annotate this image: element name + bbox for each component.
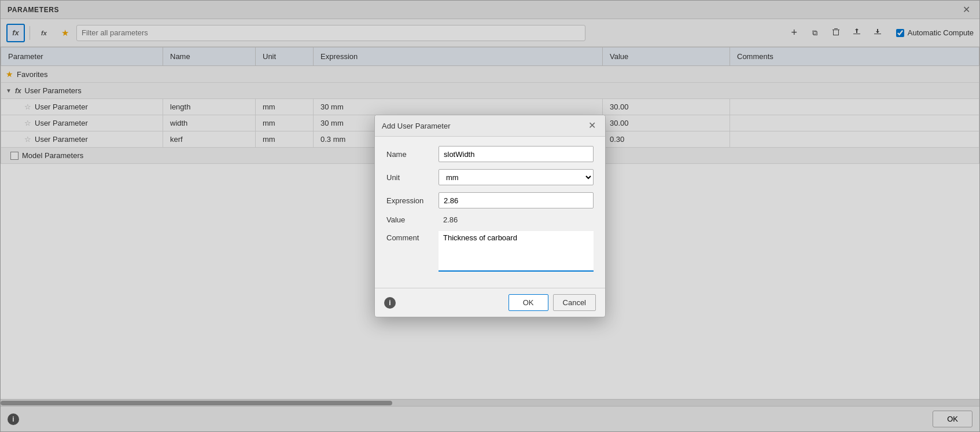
- name-label: Name: [386, 150, 439, 159]
- comment-label: Comment: [386, 231, 439, 242]
- modal-body: Name Unit mm cm m in ft Expression: [375, 137, 605, 288]
- add-user-parameter-modal: Add User Parameter ✕ Name Unit mm cm m i…: [374, 115, 606, 317]
- name-input[interactable]: [439, 146, 594, 162]
- value-label: Value: [386, 215, 439, 224]
- modal-title-bar: Add User Parameter ✕: [375, 115, 605, 137]
- modal-cancel-button[interactable]: Cancel: [553, 294, 596, 311]
- unit-select[interactable]: mm cm m in ft: [439, 169, 594, 185]
- modal-overlay: Add User Parameter ✕ Name Unit mm cm m i…: [0, 0, 980, 432]
- modal-info-icon: i: [389, 299, 390, 307]
- comment-field-row: Comment: [386, 231, 594, 272]
- modal-footer: i OK Cancel: [375, 288, 605, 317]
- unit-field-row: Unit mm cm m in ft: [386, 169, 594, 185]
- name-field-row: Name: [386, 146, 594, 162]
- modal-ok-button[interactable]: OK: [509, 294, 548, 311]
- expression-input[interactable]: [439, 192, 594, 208]
- modal-info-button[interactable]: i: [384, 297, 396, 309]
- value-display: 2.86: [439, 215, 594, 224]
- unit-label: Unit: [386, 173, 439, 182]
- expression-label: Expression: [386, 196, 439, 205]
- value-field-row: Value 2.86: [386, 215, 594, 224]
- modal-title: Add User Parameter: [382, 122, 451, 130]
- expression-field-row: Expression: [386, 192, 594, 208]
- comment-input[interactable]: [439, 231, 594, 272]
- modal-buttons: OK Cancel: [509, 294, 596, 311]
- modal-close-button[interactable]: ✕: [586, 120, 598, 131]
